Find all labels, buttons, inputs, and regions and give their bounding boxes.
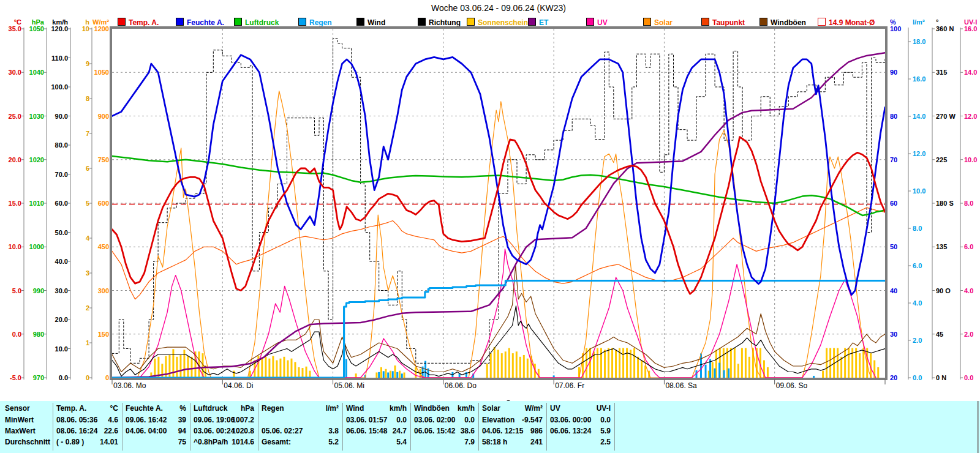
axis-tick-label: 6 [86,165,89,172]
axis-tick-label: 0.0 [12,331,21,338]
axis-tick-label: 20 [890,374,897,381]
axis-tick-label: 4.0 [964,287,973,294]
axis-tick-label: 80.0 [55,141,68,149]
axis-tick-label: 70 [890,156,897,163]
stats-table: SensorMinWertMaxWertDurchschnittTemp. A.… [0,401,980,453]
axis-tick-label: 15.0 [9,200,21,207]
axis-tick-label: 1 [86,339,89,346]
axis-tick-label: 18.0 [913,38,925,45]
x-day-label: 08.06. Sa [665,381,697,390]
axis-tick-label: 25.0 [9,113,21,120]
axis-tick-label: 3 [86,269,89,277]
axis-tick-label: 180 S [936,200,954,207]
axis-tick-label: 20.0 [9,156,21,163]
axis-tick-label: 270 W [936,113,956,120]
axis-tick-label: 4.0 [913,299,922,307]
x-day-label: 06.06. Do [445,381,477,390]
axis-tick-label: 14.0 [913,113,925,120]
axis-tick-label: 16.0 [964,25,977,32]
axis-tick-label: 20.0 [55,316,68,323]
axis-h: h109876543210 [82,18,92,381]
axis-tick-label: 300 [98,287,109,294]
axis-°: °360 N315270 W225180 S13590 O450 N [932,18,956,381]
axis-tick-label: 150 [98,331,109,338]
axis-tick-label: 90.0 [55,113,68,120]
axis-Wm: W/m²120010509007506004503001500 [92,18,112,381]
axis-tick-label: 14.0 [964,69,977,76]
axis-tick-label: 35.0 [9,25,21,32]
axis-tick-label: 50.0 [55,229,68,236]
axis-°C: °C35.030.025.020.015.010.05.00.0-5.0 [9,18,24,381]
axis-tick-label: 50 [890,243,897,250]
axis-tick-label: 8 [86,95,89,102]
axis-tick-label: 40 [890,287,897,294]
axis-tick-label: 90 [890,69,897,76]
axis-tick-label: 12.0 [913,150,925,157]
axis-UVI: UV-I16.014.012.010.08.06.04.02.00.0 [960,18,977,381]
axis-tick-label: 2.0 [964,331,973,338]
axis-tick-label: 5 [86,200,89,207]
axis-tick-label: 1050 [29,25,44,32]
axis-tick-label: 8.0 [964,200,973,207]
axis-tick-label: 0.0 [59,374,68,381]
axis-tick-label: 30.0 [9,69,21,76]
axis-tick-label: 900 [98,113,109,120]
axis-tick-label: 360 N [936,25,954,32]
axis-tick-label: 135 [936,243,947,250]
axis-tick-label: -5.0 [10,374,21,381]
axis-tick-label: 60.0 [55,200,68,207]
axis-tick-label: 0.0 [913,374,922,381]
axis-lm: l/m²18.016.014.012.010.08.06.04.02.00.0 [908,18,925,381]
axis-tick-label: 2 [86,304,89,312]
axis-tick-label: 315 [936,69,947,76]
x-day-label: 09.06. So [776,381,808,390]
axis-tick-label: 1040 [29,69,44,76]
table-min-value: 0.0 [0,416,611,424]
axis-tick-label: 450 [98,243,109,250]
weather-week-chart-window: Woche 03.06.24 - 09.06.24 (KW23) Temp. A… [0,0,980,453]
axis-tick-label: 10 [82,25,89,32]
axis-tick-label: 0.0 [964,374,973,381]
axis-tick-label: 1030 [29,113,44,120]
axis-tick-label: 16.0 [913,75,925,83]
axis-tick-label: 990 [33,287,44,294]
axis-tick-label: 1020 [29,156,44,163]
axis-tick-label: 6.0 [913,262,922,269]
axis-tick-label: 12.0 [964,113,977,120]
axis-tick-label: 1000 [29,243,44,250]
axis-hPa: hPa105010401030102010101000990980970 [29,18,47,381]
axis-tick-label: 600 [98,200,109,207]
axis-tick-label: 60 [890,200,897,207]
axis-unit-header: l/m² [913,18,925,26]
weekly-weather-chart: °C35.030.025.020.015.010.05.00.0-5.0hPa1… [0,0,980,453]
table-avg-value: 2.5 [0,438,611,446]
axis-tick-label: 90 O [936,287,951,294]
axis-tick-label: 8.0 [913,225,922,232]
axis-kmh: km/h120.0110.0100.090.080.070.060.050.04… [51,18,70,381]
x-day-label: 03.06. Mo [113,381,146,390]
axis-tick-label: 225 [936,156,947,163]
axis-tick-label: 100 [890,25,901,32]
axis-tick-label: 45 [936,331,943,338]
axis-tick-label: 9 [86,60,89,67]
axis-tick-label: 1200 [94,25,109,32]
axis-tick-label: 30 [890,331,897,338]
axis-tick-label: 0 [105,374,109,381]
axis-tick-label: 1050 [94,69,109,76]
x-day-label: 05.06. Mi [334,381,364,390]
axis-tick-label: 10.0 [913,187,925,195]
axis-tick-label: 10.0 [9,243,21,250]
axis-tick-label: 30.0 [55,287,68,294]
axis-tick-label: 10.0 [55,345,68,353]
axis-tick-label: 4 [86,234,90,242]
axis-tick-label: 2.0 [913,337,922,344]
axis-tick-label: 6.0 [964,243,973,250]
axis-tick-label: 110.0 [51,54,68,62]
axis-tick-label: 5.0 [12,287,21,294]
x-day-label: 04.06. Di [224,381,253,390]
axis-tick-label: 7 [86,130,89,137]
axis-tick-label: 100.0 [51,83,68,91]
axis-tick-label: 980 [33,331,44,338]
x-day-label: 07.06. Fr [555,381,584,390]
axis-tick-label: 40.0 [55,258,68,265]
